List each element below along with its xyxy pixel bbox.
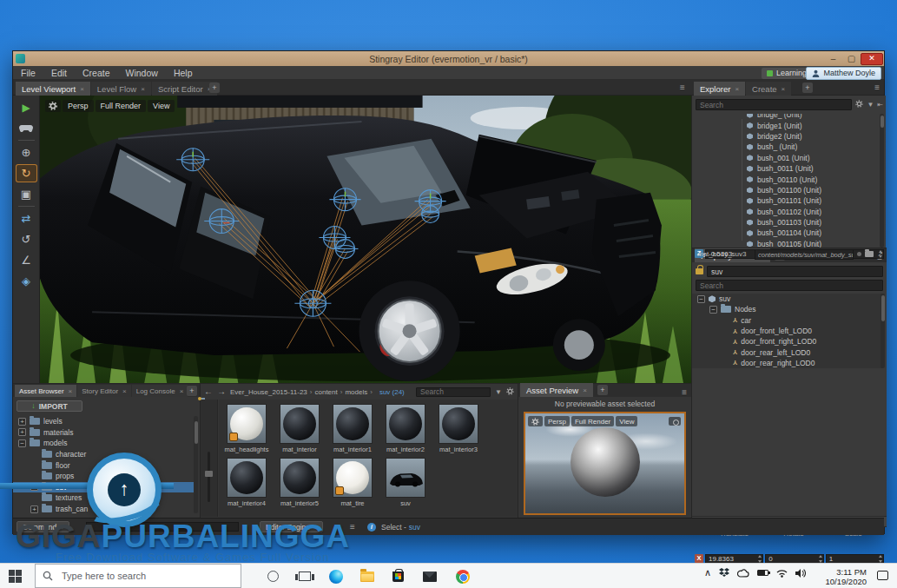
start-button[interactable] [9, 570, 22, 583]
viewport-mode-button[interactable]: View [148, 100, 175, 112]
asset-browser-tab[interactable]: Asset Browser× [15, 385, 76, 397]
explorer-tree-item[interactable]: bush_0011 (Unit) [692, 163, 881, 174]
explorer-tree-item[interactable]: bush_001105 (Unit) [692, 239, 881, 248]
preview-mode-button[interactable]: View [616, 416, 637, 426]
learning-button[interactable]: Learning [762, 68, 812, 79]
reset-icon[interactable] [857, 252, 861, 256]
back-icon[interactable]: ← [204, 387, 213, 396]
breadcrumb-item[interactable]: Ever_House_2015-11-23 [230, 388, 314, 396]
asset-thumbnail[interactable]: mat_interior4 [224, 458, 269, 507]
onedrive-cloud-icon[interactable] [737, 569, 749, 578]
property-search-input[interactable] [696, 280, 883, 291]
folder-row[interactable]: levels [13, 416, 195, 427]
speaker-icon[interactable] [795, 569, 806, 578]
close-tab-icon[interactable]: × [69, 387, 73, 395]
settings-gear-icon[interactable] [506, 387, 514, 397]
microsoft-store-icon[interactable] [391, 569, 406, 584]
scale-field[interactable] [826, 554, 884, 564]
node-tree-row[interactable]: suv [692, 294, 881, 304]
taskbar-search[interactable] [35, 564, 241, 588]
rotate-field[interactable] [765, 554, 823, 564]
explorer-tree-item[interactable]: bush_001101 (Unit) [692, 195, 881, 206]
expander-icon[interactable] [697, 295, 705, 303]
panel-menu-icon[interactable]: ≡ [874, 83, 880, 92]
folder-scrollbar[interactable] [194, 416, 198, 513]
explorer-tree-item[interactable]: bridge_ (Unit) [692, 114, 881, 120]
tray-chevron-icon[interactable]: ∧ [704, 568, 711, 578]
breadcrumb-item[interactable]: models [345, 388, 374, 396]
scrollbar-thumb[interactable] [195, 421, 198, 444]
expander-icon[interactable] [709, 306, 717, 314]
menu-item[interactable]: File [13, 68, 43, 78]
explorer-scrollbar[interactable] [880, 114, 884, 248]
filter-funnel-icon[interactable]: ▼ [867, 101, 874, 109]
preview-mode-button[interactable]: Persp [544, 416, 570, 426]
node-tree-row[interactable]: door_front_left_LOD0 [692, 326, 881, 336]
file-explorer-icon[interactable] [359, 569, 374, 584]
close-button[interactable]: ✕ [861, 53, 883, 65]
close-tab-icon[interactable]: × [782, 85, 786, 93]
add-tab-button[interactable]: + [209, 83, 220, 93]
battery-icon[interactable] [757, 570, 768, 576]
move-tool-icon[interactable]: ⊕ [16, 143, 37, 162]
user-account-button[interactable]: Matthew Doyle [806, 67, 881, 80]
tree-scrollbar[interactable] [881, 294, 885, 368]
scrollbar-thumb[interactable] [881, 116, 884, 128]
chrome-icon[interactable] [455, 569, 470, 584]
translate-field[interactable] [705, 554, 763, 564]
asset-thumbnail[interactable]: mat_interior1 [330, 404, 375, 453]
asset-search-input[interactable] [416, 387, 491, 397]
asset-browser-tab[interactable]: Log Console× [132, 385, 188, 397]
asset-thumbnail[interactable]: mat_interior [277, 404, 322, 453]
folder-row[interactable]: character [13, 449, 195, 460]
explorer-tab[interactable]: Create× [746, 82, 791, 96]
folder-row[interactable]: props [13, 471, 195, 482]
explorer-tree-item[interactable]: bush_001100 (Unit) [692, 185, 881, 195]
viewport-tab[interactable]: Level Flow× [91, 82, 151, 96]
log-list-icon[interactable]: ≡ [350, 522, 355, 532]
stepper-icon[interactable] [757, 555, 762, 563]
lock-icon[interactable] [696, 268, 703, 274]
play-icon[interactable]: ▶ [16, 98, 37, 116]
close-tab-icon[interactable]: × [180, 387, 184, 395]
scrollbar-thumb[interactable] [881, 295, 885, 321]
explorer-tree-item[interactable]: bush_001103 (Unit) [692, 217, 881, 228]
browse-folder-icon[interactable] [865, 251, 874, 257]
wifi-icon[interactable] [776, 569, 788, 578]
pivot-tool-icon[interactable]: ↺ [16, 230, 37, 248]
command-input[interactable] [86, 522, 239, 532]
explorer-tree-item[interactable]: bush_001104 (Unit) [692, 228, 881, 238]
close-tab-icon[interactable]: × [80, 85, 84, 93]
asset-browser-tab[interactable]: Story Editor× [77, 385, 130, 397]
menu-item[interactable]: Help [166, 68, 201, 78]
task-view-icon[interactable] [297, 569, 312, 584]
folder-row[interactable]: models [13, 438, 195, 449]
selected-object-name-field[interactable] [707, 266, 883, 277]
forward-icon[interactable]: → [217, 387, 226, 396]
asset-thumbnail[interactable]: suv [383, 458, 428, 507]
material-path-field[interactable]: content/models/suv/mat_body_suv3 [755, 249, 854, 260]
node-tree-row[interactable]: Nodes [692, 304, 881, 314]
explorer-tree-item[interactable]: bridge2 (Unit) [692, 131, 881, 142]
open-external-icon[interactable]: ↗ [877, 251, 883, 258]
terrain-tool-icon[interactable]: ◈ [16, 272, 37, 290]
cortana-icon[interactable] [266, 569, 280, 584]
snap-tool-icon[interactable]: ⇄ [16, 209, 37, 228]
close-tab-icon[interactable]: × [583, 386, 587, 394]
explorer-tree-item[interactable]: bush_ (Unit) [692, 142, 881, 152]
explorer-tree-item[interactable]: bridge1 (Unit) [692, 120, 881, 130]
settings-gear-icon[interactable] [855, 100, 863, 109]
engine-dropdown[interactable]: Editor Engine [260, 521, 323, 532]
minimize-button[interactable]: – [824, 53, 842, 64]
collapse-tree-icon[interactable]: ⇤ [877, 101, 883, 109]
slider-thumb[interactable] [205, 471, 213, 477]
expander-icon[interactable] [30, 505, 38, 513]
node-tree-row[interactable]: car [692, 315, 881, 326]
scale-tool-icon[interactable]: ▣ [16, 185, 37, 203]
asset-thumbnail[interactable]: mat_tire [330, 458, 375, 507]
explorer-tree-item[interactable]: bush_001 (Unit) [692, 153, 881, 163]
gamepad-icon[interactable] [16, 119, 37, 137]
filter-funnel-icon[interactable]: ▼ [495, 388, 502, 396]
close-tab-icon[interactable]: × [122, 387, 127, 395]
explorer-search-input[interactable] [696, 99, 852, 110]
